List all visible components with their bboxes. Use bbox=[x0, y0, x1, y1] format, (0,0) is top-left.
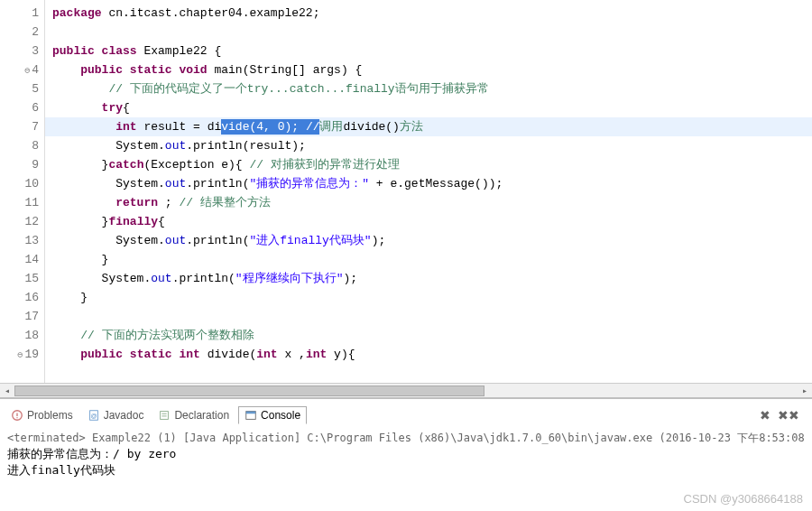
tab-label: Problems bbox=[27, 409, 73, 422]
code-lines[interactable]: package cn.itcast.chapter04.example22;pu… bbox=[45, 0, 812, 397]
svg-point-2 bbox=[16, 417, 17, 418]
line-number: 7 bbox=[4, 117, 39, 136]
line-number: 15 bbox=[4, 269, 39, 288]
line-number: 12 bbox=[4, 212, 39, 231]
line-number: 14 bbox=[4, 250, 39, 269]
line-number: 8 bbox=[4, 136, 39, 155]
line-number: 16 bbox=[4, 288, 39, 307]
line-number: ⊖19 bbox=[4, 345, 39, 364]
console-icon bbox=[245, 409, 257, 422]
line-number: 13 bbox=[4, 231, 39, 250]
scroll-left-arrow[interactable]: ◂ bbox=[0, 385, 14, 397]
code-line[interactable] bbox=[45, 23, 812, 42]
tab-label: Javadoc bbox=[104, 409, 144, 422]
code-line[interactable]: public class Example22 { bbox=[45, 42, 812, 60]
svg-text:@: @ bbox=[90, 413, 97, 419]
code-line[interactable]: } bbox=[45, 288, 812, 307]
code-line[interactable]: System.out.println("捕获的异常信息为：" + e.getMe… bbox=[45, 174, 812, 193]
code-line[interactable]: // 下面的方法实现两个整数相除 bbox=[45, 326, 812, 345]
tab-console[interactable]: Console bbox=[238, 406, 307, 424]
tabs-row: Problems @ Javadoc Declaration Console ✖… bbox=[0, 404, 812, 426]
code-line[interactable]: System.out.println("程序继续向下执行"); bbox=[45, 269, 812, 288]
scroll-right-arrow[interactable]: ▸ bbox=[798, 385, 812, 397]
code-line[interactable]: return ; // 结果整个方法 bbox=[45, 193, 812, 212]
code-line[interactable]: }catch(Exception e){ // 对捕获到的异常进行处理 bbox=[45, 155, 812, 174]
code-line[interactable]: public static void main(String[] args) { bbox=[45, 60, 812, 79]
line-number: 6 bbox=[4, 98, 39, 117]
console-line: 进入finally代码块 bbox=[7, 462, 805, 478]
line-number: 17 bbox=[4, 307, 39, 326]
code-line[interactable]: package cn.itcast.chapter04.example22; bbox=[45, 4, 812, 23]
tab-label: Declaration bbox=[174, 409, 229, 422]
line-number: 10 bbox=[4, 174, 39, 193]
svg-rect-9 bbox=[246, 412, 256, 414]
line-number: 5 bbox=[4, 79, 39, 98]
code-line[interactable]: System.out.println(result); bbox=[45, 136, 812, 155]
svg-rect-5 bbox=[161, 412, 169, 420]
tab-label: Console bbox=[261, 409, 300, 422]
code-line[interactable] bbox=[45, 307, 812, 326]
code-line[interactable]: int result = divide(4, 0); //调用divide()方… bbox=[45, 117, 812, 136]
line-number: ⊖4 bbox=[4, 60, 39, 79]
problems-icon bbox=[11, 409, 23, 422]
tab-declaration[interactable]: Declaration bbox=[152, 407, 235, 423]
remove-launch-icon[interactable]: ✖ bbox=[760, 408, 770, 423]
code-line[interactable]: System.out.println("进入finally代码块"); bbox=[45, 231, 812, 250]
line-number: 18 bbox=[4, 326, 39, 345]
line-number: 11 bbox=[4, 193, 39, 212]
declaration-icon bbox=[158, 409, 171, 422]
line-number-gutter: 123⊖456789101112131415161718⊖19 bbox=[0, 0, 45, 397]
line-number: 9 bbox=[4, 155, 39, 174]
console-line: 捕获的异常信息为：/ by zero bbox=[7, 446, 805, 462]
scroll-track[interactable] bbox=[14, 385, 798, 397]
horizontal-scrollbar[interactable]: ◂ ▸ bbox=[0, 383, 812, 397]
code-line[interactable]: } bbox=[45, 250, 812, 269]
tab-javadoc[interactable]: @ Javadoc bbox=[82, 407, 150, 423]
code-line[interactable]: }finally{ bbox=[45, 212, 812, 231]
console-toolbar: ✖ ✖✖ bbox=[760, 408, 807, 423]
code-line[interactable]: // 下面的代码定义了一个try...catch...finally语句用于捕获… bbox=[45, 79, 812, 98]
javadoc-icon: @ bbox=[88, 409, 100, 422]
line-number: 3 bbox=[4, 42, 39, 60]
tab-problems[interactable]: Problems bbox=[5, 407, 78, 423]
scroll-thumb[interactable] bbox=[14, 386, 484, 396]
line-number: 2 bbox=[4, 23, 39, 42]
line-number: 1 bbox=[4, 4, 39, 23]
code-line[interactable]: public static int divide(int x ,int y){ bbox=[45, 345, 812, 364]
console-header: <terminated> Example22 (1) [Java Applica… bbox=[7, 430, 805, 446]
code-line[interactable]: try{ bbox=[45, 98, 812, 117]
code-area[interactable]: 123⊖456789101112131415161718⊖19 package … bbox=[0, 0, 812, 397]
watermark: CSDN @y3068664188 bbox=[684, 492, 803, 506]
remove-all-icon[interactable]: ✖✖ bbox=[778, 408, 799, 423]
editor-pane: 123⊖456789101112131415161718⊖19 package … bbox=[0, 0, 812, 397]
